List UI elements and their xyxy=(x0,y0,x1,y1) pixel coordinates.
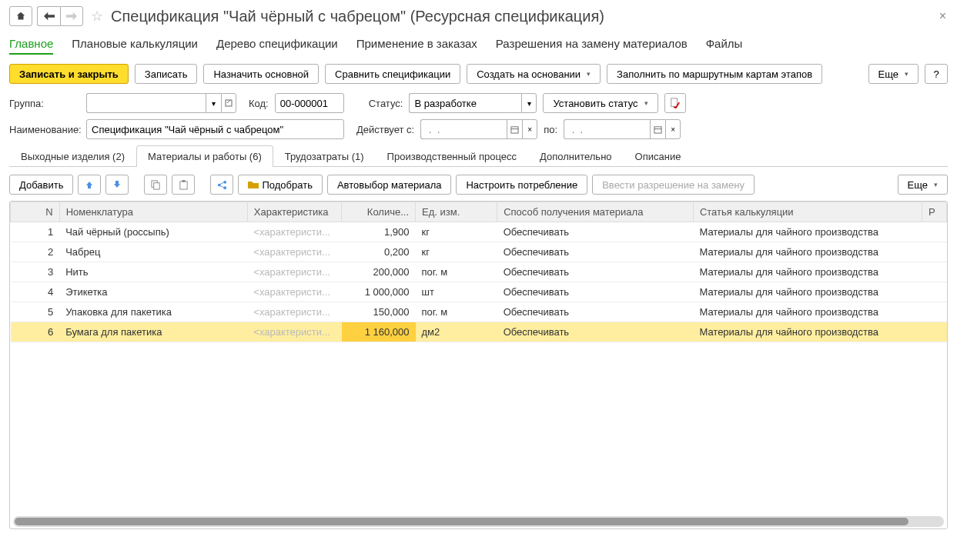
close-button[interactable]: × xyxy=(939,9,946,23)
col-quantity[interactable]: Количе... xyxy=(342,202,416,222)
table-row[interactable]: 5 Упаковка для пакетика <характеристи...… xyxy=(11,302,947,322)
svg-rect-1 xyxy=(671,98,677,107)
configure-consumption-button[interactable]: Настроить потребление xyxy=(456,175,587,195)
arrow-right-icon xyxy=(66,12,77,21)
col-nomenclature[interactable]: Номенклатура xyxy=(59,202,247,222)
table-row[interactable]: 1 Чай чёрный (россыпь) <характеристи... … xyxy=(11,222,947,242)
table-row-selected[interactable]: 6 Бумага для пакетика <характеристи... 1… xyxy=(11,322,947,342)
save-and-close-button[interactable]: Записать и закрыть xyxy=(9,64,129,84)
copy-icon xyxy=(151,180,161,190)
svg-rect-7 xyxy=(154,182,159,188)
sub-tabs: Выходные изделия (2) Материалы и работы … xyxy=(9,145,948,167)
paste-icon xyxy=(179,180,189,190)
more-button[interactable]: Еще xyxy=(868,64,919,84)
group-open-button[interactable] xyxy=(221,93,236,113)
set-main-button[interactable]: Назначить основной xyxy=(203,64,319,84)
fill-by-route-button[interactable]: Заполнить по маршрутным картам этапов xyxy=(607,64,822,84)
subtab-process[interactable]: Производственный процесс xyxy=(376,145,528,167)
subtab-output-products[interactable]: Выходные изделия (2) xyxy=(9,145,136,167)
auto-select-button[interactable]: Автовыбор материала xyxy=(327,175,452,195)
col-characteristic[interactable]: Характеристика xyxy=(247,202,342,222)
date-to-calendar-button[interactable] xyxy=(650,119,665,139)
enter-permission-button[interactable]: Ввести разрешение на замену xyxy=(592,175,755,195)
move-down-button[interactable] xyxy=(105,175,129,195)
forward-button[interactable] xyxy=(60,6,83,26)
date-from-clear-button[interactable]: × xyxy=(522,119,537,139)
tab-main[interactable]: Главное xyxy=(9,34,53,55)
subtab-description[interactable]: Описание xyxy=(624,145,693,167)
svg-rect-9 xyxy=(182,180,186,182)
back-button[interactable] xyxy=(37,6,60,26)
calendar-icon xyxy=(654,125,662,134)
group-dropdown-button[interactable]: ▾ xyxy=(206,93,221,113)
date-from-calendar-button[interactable] xyxy=(507,119,522,139)
subtab-materials[interactable]: Материалы и работы (6) xyxy=(136,145,273,167)
col-r[interactable]: Р xyxy=(922,202,947,222)
favorite-star-icon[interactable]: ☆ xyxy=(91,8,103,25)
calendar-icon xyxy=(510,125,519,134)
open-icon xyxy=(225,99,233,107)
tab-spec-tree[interactable]: Дерево спецификации xyxy=(216,34,338,55)
home-button[interactable] xyxy=(9,6,32,26)
arrow-down-icon xyxy=(112,180,122,189)
group-label: Группа: xyxy=(9,98,80,109)
col-method[interactable]: Способ получения материала xyxy=(497,202,694,222)
valid-from-label: Действует с: xyxy=(356,124,414,135)
document-check-icon xyxy=(670,98,681,108)
date-from-input[interactable] xyxy=(420,119,507,139)
tab-files[interactable]: Файлы xyxy=(706,34,743,55)
status-label: Статус: xyxy=(369,98,403,109)
svg-rect-4 xyxy=(654,126,661,132)
share-button[interactable] xyxy=(210,175,233,195)
set-status-dropdown[interactable]: Установить статус xyxy=(543,93,658,113)
save-button[interactable]: Записать xyxy=(135,64,198,84)
arrow-left-icon xyxy=(44,12,55,21)
code-label: Код: xyxy=(249,98,269,109)
copy-button[interactable] xyxy=(144,175,167,195)
home-icon xyxy=(15,11,26,22)
tab-toolbar: Добавить Подобрать Автовыбор материала Н… xyxy=(9,175,948,195)
tab-orders-usage[interactable]: Применение в заказах xyxy=(356,34,477,55)
main-tabs: Главное Плановые калькуляции Дерево спец… xyxy=(9,34,948,55)
status-dropdown-button[interactable]: ▾ xyxy=(521,93,537,113)
name-input[interactable] xyxy=(86,119,344,139)
tab-replace-permissions[interactable]: Разрешения на замену материалов xyxy=(496,34,688,55)
paste-button[interactable] xyxy=(172,175,195,195)
table-row[interactable]: 3 Нить <характеристи... 200,000 пог. м О… xyxy=(11,262,947,282)
share-icon xyxy=(217,180,227,190)
group-input[interactable] xyxy=(86,93,206,113)
status-action-button[interactable] xyxy=(664,93,686,113)
subtab-labor[interactable]: Трудозатраты (1) xyxy=(273,145,376,167)
tab-more-button[interactable]: Еще xyxy=(898,175,948,195)
page-title: Спецификация "Чай чёрный с чабрецом" (Ре… xyxy=(111,8,604,25)
svg-rect-8 xyxy=(180,181,187,188)
help-button[interactable]: ? xyxy=(925,64,948,84)
add-button[interactable]: Добавить xyxy=(9,175,73,195)
create-based-dropdown[interactable]: Создать на основании xyxy=(467,64,601,84)
table-row[interactable]: 2 Чабрец <характеристи... 0,200 кг Обесп… xyxy=(11,242,947,262)
move-up-button[interactable] xyxy=(78,175,101,195)
main-toolbar: Записать и закрыть Записать Назначить ос… xyxy=(9,64,948,84)
col-unit[interactable]: Ед. изм. xyxy=(416,202,497,222)
svg-rect-0 xyxy=(226,100,232,106)
compare-specs-button[interactable]: Сравнить спецификации xyxy=(325,64,460,84)
status-input[interactable] xyxy=(409,93,521,113)
date-to-input[interactable] xyxy=(564,119,650,139)
subtab-additional[interactable]: Дополнительно xyxy=(528,145,624,167)
horizontal-scrollbar[interactable] xyxy=(13,516,944,527)
col-article[interactable]: Статья калькуляции xyxy=(693,202,922,222)
pick-button[interactable]: Подобрать xyxy=(238,175,322,195)
code-input[interactable] xyxy=(275,93,344,113)
date-to-clear-button[interactable]: × xyxy=(665,119,681,139)
svg-rect-2 xyxy=(511,126,518,132)
table-row[interactable]: 4 Этикетка <характеристи... 1 000,000 шт… xyxy=(11,282,947,302)
to-label: по: xyxy=(544,124,557,135)
tab-planned-calc[interactable]: Плановые калькуляции xyxy=(72,34,198,55)
col-number[interactable]: N xyxy=(11,202,60,222)
name-label: Наименование: xyxy=(9,124,80,135)
folder-icon xyxy=(248,180,259,189)
arrow-up-icon xyxy=(85,180,94,189)
materials-table: N Номенклатура Характеристика Количе... … xyxy=(9,201,948,529)
